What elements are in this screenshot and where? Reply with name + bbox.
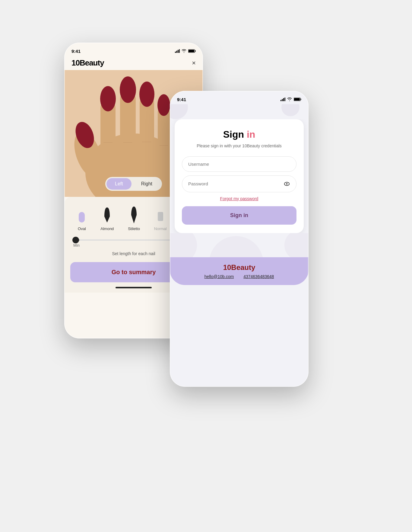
svg-rect-29 xyxy=(285,98,286,101)
app-logo: 10Beauty xyxy=(71,58,104,68)
slider-min-label: Min xyxy=(73,243,80,248)
almond-label: Almond xyxy=(100,226,114,231)
scene: 9:41 xyxy=(55,24,357,508)
nail-shape-almond[interactable]: Almond xyxy=(100,206,114,231)
status-time-phone1: 9:41 xyxy=(71,49,81,54)
signin-decoration-area xyxy=(170,233,309,257)
left-hand-button[interactable]: Left xyxy=(106,178,132,190)
right-hand-button[interactable]: Right xyxy=(133,178,161,190)
svg-rect-1 xyxy=(176,51,177,53)
svg-rect-28 xyxy=(283,98,284,101)
normal-label: Normal xyxy=(154,226,167,231)
slider-thumb[interactable] xyxy=(72,237,79,243)
stiletto-label: Stiletto xyxy=(128,226,140,231)
stiletto-nail-icon xyxy=(129,206,138,224)
wifi-icon xyxy=(182,49,186,53)
deco-circle-bl xyxy=(170,233,197,257)
nail-shape-stiletto[interactable]: Stiletto xyxy=(128,206,140,231)
svg-rect-5 xyxy=(195,50,196,52)
hand-toggle: Left Right xyxy=(105,177,162,191)
deco-circle-tr xyxy=(281,104,299,116)
cta-button-label: Go to summary xyxy=(112,269,156,275)
battery-icon-2 xyxy=(294,98,301,101)
svg-point-14 xyxy=(120,76,136,103)
signin-button[interactable]: Sign in xyxy=(182,206,296,225)
svg-rect-3 xyxy=(179,49,180,53)
forgot-password-link[interactable]: Forgot my password xyxy=(220,196,258,201)
deco-circle-center xyxy=(209,236,263,257)
normal-nail-icon xyxy=(156,206,165,224)
deco-circle-br xyxy=(284,233,309,257)
signin-subtitle: Please sign in with your 10Beauty creden… xyxy=(182,143,296,149)
signin-footer: 10Beauty hello@10b.com 4374636483648 xyxy=(170,257,309,285)
password-input[interactable] xyxy=(188,181,284,186)
svg-rect-27 xyxy=(282,99,283,101)
deco-circle-tl xyxy=(170,104,188,119)
wifi-icon-2 xyxy=(287,98,292,101)
home-bar xyxy=(116,287,152,288)
svg-point-18 xyxy=(157,94,170,116)
svg-rect-24 xyxy=(158,212,163,221)
forgot-password-container: Forgot my password xyxy=(182,196,296,201)
almond-nail-icon xyxy=(103,206,112,224)
signal-icon-2 xyxy=(280,98,285,101)
svg-rect-31 xyxy=(301,99,301,100)
signal-icon xyxy=(175,49,180,53)
svg-point-16 xyxy=(139,82,154,107)
footer-links: hello@10b.com 4374636483648 xyxy=(177,274,301,279)
svg-rect-0 xyxy=(175,52,176,53)
footer-phone-link[interactable]: 4374636483648 xyxy=(243,274,274,279)
footer-email-link[interactable]: hello@10b.com xyxy=(204,274,234,279)
svg-point-34 xyxy=(286,183,288,184)
svg-rect-32 xyxy=(294,98,300,101)
app-header: 10Beauty × xyxy=(64,56,203,70)
battery-icon xyxy=(188,49,196,53)
eye-icon[interactable] xyxy=(284,181,290,187)
status-bar-phone2: 9:41 xyxy=(170,91,309,104)
username-field-wrapper[interactable] xyxy=(182,156,296,172)
top-decoration xyxy=(170,104,309,119)
password-field-wrapper[interactable] xyxy=(182,175,296,192)
nail-shape-oval[interactable]: Oval xyxy=(77,206,86,231)
close-button[interactable]: × xyxy=(192,59,196,67)
nail-shape-normal: Normal xyxy=(154,206,167,231)
status-time-phone2: 9:41 xyxy=(177,97,186,102)
signin-card: Sign in Please sign in with your 10Beaut… xyxy=(175,119,304,233)
signin-title: Sign in xyxy=(182,129,296,140)
svg-rect-2 xyxy=(178,50,179,53)
svg-rect-26 xyxy=(280,100,281,101)
status-icons-phone2 xyxy=(280,98,301,101)
username-input[interactable] xyxy=(188,162,290,167)
status-bar-phone1: 9:41 xyxy=(64,43,203,56)
phone-signin: 9:41 xyxy=(170,91,309,387)
signin-title-highlight: in xyxy=(247,129,255,140)
svg-rect-6 xyxy=(189,50,194,52)
svg-point-12 xyxy=(100,86,116,111)
status-icons-phone1 xyxy=(175,49,196,53)
oval-label: Oval xyxy=(78,226,86,231)
footer-logo: 10Beauty xyxy=(177,263,301,272)
oval-nail-icon xyxy=(77,206,86,224)
signin-title-normal: Sign xyxy=(223,129,247,140)
svg-rect-23 xyxy=(79,212,85,223)
